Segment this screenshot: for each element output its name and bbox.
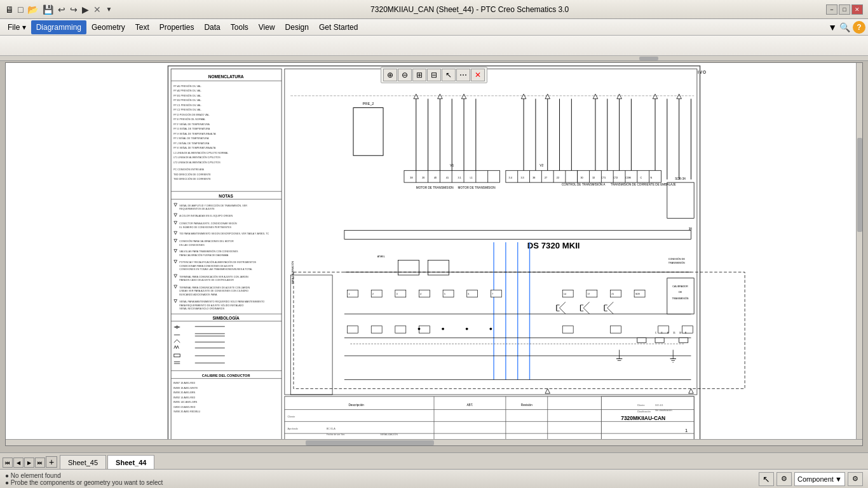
svg-text:PC       CONEXIÓN ENTRE AYA: PC CONEXIÓN ENTRE AYA [173,168,204,171]
window-title: 7320MKIIAU_CAN (Sheet_44) - PTC Creo Sch… [113,5,826,14]
svg-text:SIMBOLOGÍA: SIMBOLOGÍA [212,315,240,320]
new-btn[interactable]: □ [17,3,24,16]
svg-text:TBD      DIRECCIÓN DE CORRIENT: TBD DIRECCIÓN DE CORRIENTE [173,173,211,176]
zoom-in-btn[interactable]: ⊕ [383,69,397,81]
svg-text:3.3: 3.3 [520,177,524,179]
svg-text:ABT.: ABT. [466,403,473,407]
svg-point-290 [442,328,444,330]
menu-geometry[interactable]: Geometry [86,20,130,34]
menu-file[interactable]: File ▾ [3,20,31,34]
svg-text:L1       LÍNEA DE ALIMENTACIÓN: L1 LÍNEA DE ALIMENTACIÓN C/PILOTO NORMAL [173,151,228,154]
svg-text:BW89    18 AWG-WHITE: BW89 18 AWG-WHITE [173,387,198,390]
maximize-btn[interactable]: □ [839,4,850,15]
tab-nav-last[interactable]: ⏭ [35,458,45,468]
svg-text:BW92    14 AWG-RED: BW92 14 AWG-RED [173,396,196,399]
svg-text:BW90    20 AWG-BRN: BW90 20 AWG-BRN [173,391,196,394]
open-btn[interactable]: 📂 [26,3,39,16]
svg-text:LT2      LÍNEA DE ALIMENTACIÓN: LT2 LÍNEA DE ALIMENTACIÓN C/PILOTOS [173,161,220,164]
tab-add-btn[interactable]: + [46,456,57,468]
run-btn[interactable]: ▶ [81,3,90,16]
svg-text:PARA EN CASO DE AJUSTE DE CONT: PARA EN CASO DE AJUSTE DE CONTROLADOR [179,279,234,281]
svg-text:COM: COM [625,177,631,179]
status-bar: ● No element found ● Probe the component… [0,469,868,488]
svg-text:1: 1 [685,428,688,433]
svg-text:TRANSMISIÓN DE CORRIENTE DE EM: TRANSMISIÓN DE CORRIENTE DE EMBALAJE [611,182,676,186]
svg-text:30: 30 [580,177,583,179]
tab-nav-prev[interactable]: ◀ [13,458,24,468]
svg-text:FP-E     PRESIÓN OIL NORMAL: FP-E PRESIÓN OIL NORMAL [173,118,206,121]
svg-text:FP-D     POSICIÓN DE BRAZO VAL: FP-D POSICIÓN DE BRAZO VAL. [173,113,210,116]
pointer-tool-btn[interactable]: ↖ [759,472,774,486]
window-controls: − □ ✕ [826,4,863,15]
svg-rect-221 [395,326,406,333]
svg-text:REQUERIMIENTOS DE AJUSTE: REQUERIMIENTOS DE AJUSTE [179,208,215,210]
redo-btn[interactable]: ↪ [69,3,79,16]
svg-text:FP-I     SEÑAL DE TEMPERATURA: FP-I SEÑAL DE TEMPERATURA [173,137,209,140]
svg-rect-223 [562,326,573,333]
zoom-toolbar: ⊕ ⊖ ⊞ ⊟ ↖ ⋯ ✕ [381,67,487,83]
svg-text:A COLOR INSTALADAS EN EL EQUIP: A COLOR INSTALADAS EN EL EQUIPO ORIGEN [179,215,233,217]
menu-data[interactable]: Data [199,20,225,34]
qa-dropdown[interactable]: ▼ [104,4,113,14]
zoom-fit-btn[interactable]: ⊞ [412,69,426,81]
tab-sheet44[interactable]: Sheet_44 [107,455,154,469]
svg-text:EL NÚMERO DE CONEXIONES PERTIN: EL NÚMERO DE CONEXIONES PERTINENTES [179,226,231,229]
zoom-out-btn[interactable]: ⊖ [398,69,412,81]
menu-diagramming[interactable]: Diagramming [31,20,86,34]
menu-view[interactable]: View [254,20,280,34]
svg-text:7: 7 [492,293,493,295]
svg-text:Cliente: Cliente [637,404,645,407]
svg-rect-220 [371,326,382,333]
menu-tools[interactable]: Tools [226,20,254,34]
svg-rect-271 [578,170,661,182]
menu-design[interactable]: Design [280,20,314,34]
component-settings-btn[interactable]: ⚙ [776,472,792,486]
svg-rect-219 [348,326,358,333]
tab-sheet45[interactable]: Sheet_45 [60,455,106,469]
select-tool-btn[interactable]: ↖ [442,69,456,81]
svg-text:DS 7320 MKII: DS 7320 MKII [527,241,580,250]
zoom-actual-btn[interactable]: ⊟ [427,69,441,81]
minimize-btn[interactable]: − [826,4,837,15]
svg-text:DE: DE [679,291,682,294]
svg-text:CONEXIONES EN TODAS LAS TRANSM: CONEXIONES EN TODAS LAS TRANSMISIONES/BU… [179,268,252,271]
svg-text:GW90    20 AWG-RED: GW90 20 AWG-RED [173,406,196,409]
svg-text:TERMINAL PARA COMUNICACIONES D: TERMINAL PARA COMUNICACIONES DE AJUSTE C… [179,287,250,289]
svg-text:FP-B1    PRESIÓN OIL VAL.: FP-B1 PRESIÓN OIL VAL. [173,94,201,97]
svg-text:TRANSMISIÓN: TRANSMISIÓN [668,261,685,264]
svg-text:FP-H     SEÑAL DE TEMPERATURA : FP-H SEÑAL DE TEMPERATURA ALTA [173,132,216,135]
more-tools-btn[interactable]: ⋯ [456,69,470,81]
search-expand-btn[interactable]: ▼ [828,22,837,32]
svg-rect-152 [398,260,419,275]
close-btn[interactable]: ✕ [851,4,863,15]
svg-text:32: 32 [679,332,682,334]
menu-properties[interactable]: Properties [154,20,200,34]
tab-nav-next[interactable]: ▶ [24,458,34,468]
svg-text:20: 20 [422,177,424,179]
svg-text:SEÑAL PARA MANTENIMIENTO REQUE: SEÑAL PARA MANTENIMIENTO REQUERIDO SOLO … [179,300,264,303]
component-dropdown[interactable]: Component ▼ [794,472,845,486]
svg-text:38: 38 [410,177,412,179]
svg-text:FP-K     SEÑAL DE TEMPERATURA : FP-K SEÑAL DE TEMPERATURA ALTA [173,146,216,149]
svg-point-291 [466,328,468,330]
svg-rect-88 [353,108,383,156]
drawing-canvas[interactable]: ⊕ ⊖ ⊞ ⊟ ↖ ⋯ ✕ SOLO INFORMATIVO NO [5,62,863,446]
svg-text:TBD      DIRECCIÓN DE CORRIENT: TBD DIRECCIÓN DE CORRIENTE [173,177,211,180]
svg-text:22: 22 [557,177,559,179]
undo-btn[interactable]: ↩ [57,3,67,16]
svg-text:VÁLVULAS PARA TRANSMISIÓN CON : VÁLVULAS PARA TRANSMISIÓN CON CONEXIONES [179,250,238,253]
menu-get-started[interactable]: Get Started [314,20,363,34]
stop-btn[interactable]: ✕ [92,3,102,16]
svg-text:CONTROL DE TRANSMISIÓN A: CONTROL DE TRANSMISIÓN A [562,182,606,186]
grid-settings-btn[interactable]: ⚙ [848,472,863,486]
canvas-area[interactable]: ⊕ ⊖ ⊞ ⊟ ↖ ⋯ ✕ SOLO INFORMATIVO NO [0,56,868,452]
close-toolbar-btn[interactable]: ✕ [471,69,485,81]
svg-text:NOTAS: NOTAS [219,194,233,198]
search-btn[interactable]: 🔍 [839,22,850,32]
tab-nav-first[interactable]: ⏮ [3,458,13,468]
svg-text:N: N [651,177,653,179]
svg-rect-286 [637,338,646,343]
menu-text[interactable]: Text [130,20,154,34]
help-btn[interactable]: ? [853,21,865,34]
save-btn[interactable]: 💾 [41,3,55,16]
